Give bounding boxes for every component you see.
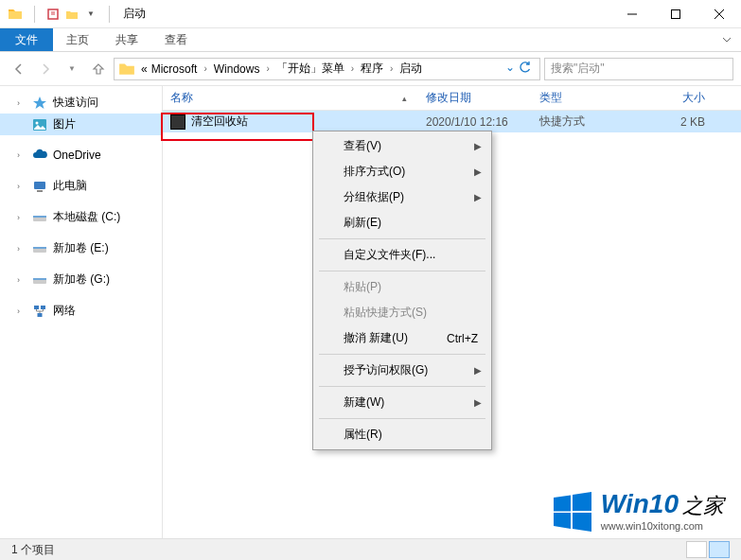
menu-item-label: 粘贴快捷方式(S) [344,305,427,321]
window-title: 启动 [123,6,146,22]
context-menu-item[interactable]: 授予访问权限(G)▶ [315,358,489,383]
qat-newfolder-icon[interactable] [65,8,79,21]
file-size: 2 KB [653,115,733,129]
chevron-right-icon[interactable]: › [17,182,26,191]
tab-home[interactable]: 主页 [53,28,102,51]
submenu-arrow-icon: ▶ [474,192,482,202]
picture-icon [32,117,47,132]
chevron-right-icon[interactable]: › [17,244,26,254]
context-menu-item[interactable]: 分组依据(P)▶ [315,184,489,210]
close-button[interactable] [697,0,741,28]
sidebar-item[interactable]: 图片 [0,114,162,135]
sidebar-item[interactable]: ›新加卷 (E:) [0,237,162,259]
folder-icon [118,61,135,78]
chevron-right-icon[interactable]: › [17,275,26,285]
sidebar-item-label: 新加卷 (E:) [53,240,109,256]
forward-button[interactable] [34,58,57,80]
sidebar-item-label: 快速访问 [53,95,98,111]
search-placeholder: 搜索"启动" [551,61,605,77]
maximize-button[interactable] [654,0,697,28]
menu-item-label: 刷新(E) [344,215,381,231]
drive-icon [32,272,47,288]
sidebar-item-label: 图片 [53,116,76,132]
column-headers: 名称▴ 修改日期 类型 大小 [163,86,741,111]
watermark-site: www.win10xitong.com [601,520,724,532]
chevron-right-icon[interactable]: › [385,63,397,74]
sidebar-item-label: 网络 [53,303,76,319]
chevron-right-icon[interactable]: › [17,150,26,160]
svg-rect-18 [41,306,45,309]
watermark: Win10 之家 www.win10xitong.com [552,489,724,532]
chevron-right-icon[interactable]: › [346,63,359,74]
sidebar-item[interactable]: ›OneDrive [0,145,162,166]
context-menu-item[interactable]: 查看(V)▶ [315,133,489,159]
sidebar-item-label: 本地磁盘 (C:) [53,209,120,225]
qat-properties-icon[interactable] [46,8,60,21]
sidebar: ›快速访问图片›OneDrive›此电脑›本地磁盘 (C:)›新加卷 (E:)›… [0,86,163,538]
chevron-right-icon[interactable]: › [17,213,26,222]
sidebar-item[interactable]: ›快速访问 [0,92,162,114]
file-tab[interactable]: 文件 [0,28,53,51]
context-menu-item: 粘贴快捷方式(S) [315,300,489,325]
chevron-right-icon[interactable]: › [199,63,211,74]
pc-icon [32,179,47,194]
context-menu-item[interactable]: 刷新(E) [315,210,489,236]
breadcrumb-seg[interactable]: Windows [212,62,262,76]
back-button[interactable] [8,58,30,80]
breadcrumb-seg[interactable]: 启动 [397,61,424,77]
breadcrumb-seg[interactable]: 程序 [359,61,385,77]
network-icon [32,304,47,319]
sidebar-item-label: 新加卷 (G:) [53,271,110,288]
breadcrumb-seg[interactable]: Microsoft [150,62,200,76]
chevron-right-icon[interactable]: › [17,98,26,108]
svg-rect-17 [34,306,39,309]
chevron-right-icon[interactable]: › [17,306,26,316]
column-date[interactable]: 修改日期 [426,90,539,106]
up-button[interactable] [87,58,110,80]
watermark-title: Win10 [601,489,679,519]
drive-icon [32,210,47,225]
sidebar-item[interactable]: ›新加卷 (G:) [0,269,162,290]
breadcrumb[interactable]: « Microsoft › Windows › 「开始」菜单 › 程序 › 启动… [114,58,540,80]
tab-share[interactable]: 共享 [102,28,151,51]
sidebar-item[interactable]: ›此电脑 [0,175,162,197]
svg-rect-4 [672,9,680,18]
menu-item-label: 分组依据(P) [344,189,404,205]
view-icons-button[interactable] [709,541,730,558]
qat-dropdown-icon[interactable]: ▼ [84,8,97,21]
breadcrumb-prefix[interactable]: « [139,62,150,76]
menu-item-label: 属性(R) [344,427,382,443]
context-menu-item[interactable]: 属性(R) [315,422,489,447]
ribbon: 文件 主页 共享 查看 [0,28,741,52]
menu-item-label: 自定义文件夹(F)... [344,247,435,263]
column-name[interactable]: 名称▴ [170,90,426,106]
context-menu-item: 粘贴(P) [315,274,489,300]
breadcrumb-dropdown-icon[interactable]: ⌄ [505,61,515,77]
search-input[interactable]: 搜索"启动" [544,58,733,80]
breadcrumb-seg[interactable]: 「开始」菜单 [274,61,346,77]
menu-item-label: 撤消 新建(U) [344,330,408,346]
context-menu-item[interactable]: 自定义文件夹(F)... [315,242,489,268]
star-icon [32,96,47,111]
column-size[interactable]: 大小 [653,90,733,106]
chevron-right-icon[interactable]: › [261,63,273,74]
refresh-icon[interactable] [519,61,532,77]
file-row[interactable]: 清空回收站 2020/1/10 12:16 快捷方式 2 KB [163,111,741,132]
context-menu-item[interactable]: 撤消 新建(U)Ctrl+Z [315,325,489,351]
sidebar-item[interactable]: ›本地磁盘 (C:) [0,206,162,228]
svg-rect-16 [33,278,46,280]
sidebar-item[interactable]: ›网络 [0,300,162,322]
context-menu-item[interactable]: 新建(W)▶ [315,390,489,415]
minimize-button[interactable] [610,0,654,28]
ribbon-expand-icon[interactable] [713,28,741,51]
svg-rect-9 [34,182,45,189]
shortcut-icon [170,114,185,130]
view-details-button[interactable] [686,541,707,558]
recent-dropdown[interactable]: ▼ [61,58,83,80]
context-menu-item[interactable]: 排序方式(O)▶ [315,159,489,184]
svg-rect-19 [38,313,43,317]
tab-view[interactable]: 查看 [151,28,201,51]
file-name: 清空回收站 [191,114,248,130]
column-type[interactable]: 类型 [539,90,653,106]
menu-item-label: 授予访问权限(G) [344,362,428,378]
